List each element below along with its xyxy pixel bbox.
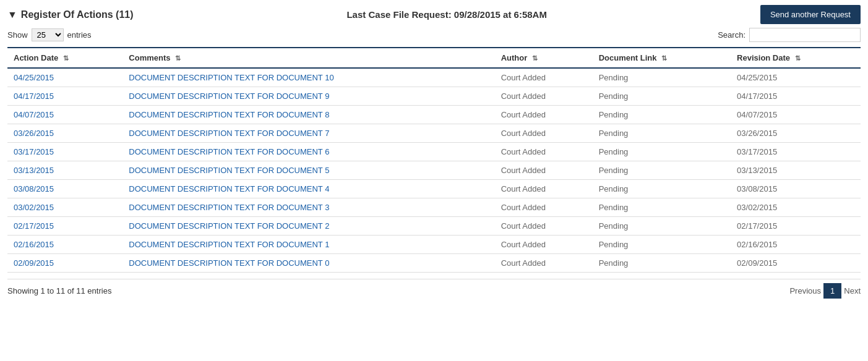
table-row: 04/25/2015 DOCUMENT DESCRIPTION TEXT FOR… [7,68,861,87]
sort-comments-icon: ⇅ [175,54,181,62]
table-row: 03/17/2015 DOCUMENT DESCRIPTION TEXT FOR… [7,143,861,161]
cell-author: Court Added [495,87,593,106]
table-body: 04/25/2015 DOCUMENT DESCRIPTION TEXT FOR… [7,68,861,273]
col-comments[interactable]: Comments ⇅ [122,48,494,68]
sort-action-date-icon: ⇅ [63,54,69,62]
cell-action-date: 02/09/2015 [7,254,122,273]
cell-rev-date: 03/17/2015 [731,143,861,161]
cell-action-date: 04/07/2015 [7,106,122,124]
previous-button[interactable]: Previous [789,286,821,295]
cell-author: Court Added [495,161,593,180]
table-row: 03/13/2015 DOCUMENT DESCRIPTION TEXT FOR… [7,161,861,180]
page-title: ▼ Register Of Actions (11) [7,9,134,20]
controls-row: Show 10 25 50 100 entries Search: [7,28,861,42]
cell-comments[interactable]: DOCUMENT DESCRIPTION TEXT FOR DOCUMENT 0 [122,254,494,273]
search-row: Search: [718,28,861,42]
table-row: 04/17/2015 DOCUMENT DESCRIPTION TEXT FOR… [7,87,861,106]
sort-author-icon: ⇅ [532,54,538,62]
cell-rev-date: 03/26/2015 [731,124,861,143]
cell-doc-link: Pending [593,254,731,273]
search-input[interactable] [749,28,861,42]
col-doc-link[interactable]: Document Link ⇅ [593,48,731,68]
col-author[interactable]: Author ⇅ [495,48,593,68]
cell-action-date: 03/17/2015 [7,143,122,161]
col-action-date[interactable]: Action Date ⇅ [7,48,122,68]
cell-author: Court Added [495,143,593,161]
cell-action-date: 02/16/2015 [7,236,122,254]
cell-comments[interactable]: DOCUMENT DESCRIPTION TEXT FOR DOCUMENT 7 [122,124,494,143]
cell-rev-date: 02/17/2015 [731,217,861,236]
actions-table: Action Date ⇅ Comments ⇅ Author ⇅ Docume… [7,47,861,273]
cell-comments[interactable]: DOCUMENT DESCRIPTION TEXT FOR DOCUMENT 1… [122,68,494,87]
cell-comments[interactable]: DOCUMENT DESCRIPTION TEXT FOR DOCUMENT 1 [122,236,494,254]
show-label: Show [7,30,28,40]
cell-comments[interactable]: DOCUMENT DESCRIPTION TEXT FOR DOCUMENT 3 [122,198,494,217]
table-row: 02/16/2015 DOCUMENT DESCRIPTION TEXT FOR… [7,236,861,254]
cell-rev-date: 02/16/2015 [731,236,861,254]
table-row: 03/02/2015 DOCUMENT DESCRIPTION TEXT FOR… [7,198,861,217]
cell-author: Court Added [495,217,593,236]
cell-comments[interactable]: DOCUMENT DESCRIPTION TEXT FOR DOCUMENT 5 [122,161,494,180]
cell-rev-date: 02/09/2015 [731,254,861,273]
cell-author: Court Added [495,180,593,198]
send-request-button[interactable]: Send another Request [760,5,861,24]
cell-comments[interactable]: DOCUMENT DESCRIPTION TEXT FOR DOCUMENT 6 [122,143,494,161]
cell-comments[interactable]: DOCUMENT DESCRIPTION TEXT FOR DOCUMENT 8 [122,106,494,124]
page-container: ▼ Register Of Actions (11) Last Case Fil… [0,0,868,361]
sort-doc-link-icon: ⇅ [661,54,667,62]
cell-action-date: 02/17/2015 [7,217,122,236]
header-left: ▼ Register Of Actions (11) [7,9,134,20]
cell-doc-link: Pending [593,143,731,161]
sort-rev-date-icon: ⇅ [795,54,801,62]
cell-author: Court Added [495,106,593,124]
table-row: 02/09/2015 DOCUMENT DESCRIPTION TEXT FOR… [7,254,861,273]
cell-action-date: 03/08/2015 [7,180,122,198]
cell-rev-date: 03/13/2015 [731,161,861,180]
cell-doc-link: Pending [593,217,731,236]
footer-row: Showing 1 to 11 of 11 entries Previous 1… [7,279,861,299]
table-row: 03/08/2015 DOCUMENT DESCRIPTION TEXT FOR… [7,180,861,198]
cell-rev-date: 03/02/2015 [731,198,861,217]
cell-author: Court Added [495,236,593,254]
cell-doc-link: Pending [593,68,731,87]
title-text: Register Of Actions (11) [21,9,134,20]
cell-doc-link: Pending [593,124,731,143]
table-row: 03/26/2015 DOCUMENT DESCRIPTION TEXT FOR… [7,124,861,143]
last-request-label: Last Case File Request: 09/28/2015 at 6:… [346,9,546,20]
page-1-button[interactable]: 1 [823,283,841,299]
cell-doc-link: Pending [593,87,731,106]
cell-author: Court Added [495,68,593,87]
header-row: ▼ Register Of Actions (11) Last Case Fil… [7,5,861,24]
cell-author: Court Added [495,124,593,143]
pagination-controls: Previous 1 Next [789,283,861,299]
cell-author: Court Added [495,198,593,217]
collapse-arrow-icon[interactable]: ▼ [7,9,17,20]
cell-doc-link: Pending [593,236,731,254]
cell-comments[interactable]: DOCUMENT DESCRIPTION TEXT FOR DOCUMENT 9 [122,87,494,106]
cell-action-date: 03/02/2015 [7,198,122,217]
showing-entries-label: Showing 1 to 11 of 11 entries [7,286,111,295]
cell-doc-link: Pending [593,198,731,217]
cell-rev-date: 04/25/2015 [731,68,861,87]
cell-doc-link: Pending [593,106,731,124]
cell-comments[interactable]: DOCUMENT DESCRIPTION TEXT FOR DOCUMENT 4 [122,180,494,198]
table-header-row: Action Date ⇅ Comments ⇅ Author ⇅ Docume… [7,48,861,68]
cell-rev-date: 04/17/2015 [731,87,861,106]
next-button[interactable]: Next [844,286,861,295]
cell-author: Court Added [495,254,593,273]
cell-action-date: 04/17/2015 [7,87,122,106]
entries-select[interactable]: 10 25 50 100 [32,28,64,41]
cell-rev-date: 03/08/2015 [731,180,861,198]
table-row: 04/07/2015 DOCUMENT DESCRIPTION TEXT FOR… [7,106,861,124]
cell-action-date: 04/25/2015 [7,68,122,87]
show-entries-control: Show 10 25 50 100 entries [7,28,92,41]
cell-action-date: 03/26/2015 [7,124,122,143]
entries-label: entries [67,30,92,40]
cell-doc-link: Pending [593,161,731,180]
cell-rev-date: 04/07/2015 [731,106,861,124]
cell-action-date: 03/13/2015 [7,161,122,180]
col-rev-date[interactable]: Revision Date ⇅ [731,48,861,68]
cell-doc-link: Pending [593,180,731,198]
table-row: 02/17/2015 DOCUMENT DESCRIPTION TEXT FOR… [7,217,861,236]
cell-comments[interactable]: DOCUMENT DESCRIPTION TEXT FOR DOCUMENT 2 [122,217,494,236]
